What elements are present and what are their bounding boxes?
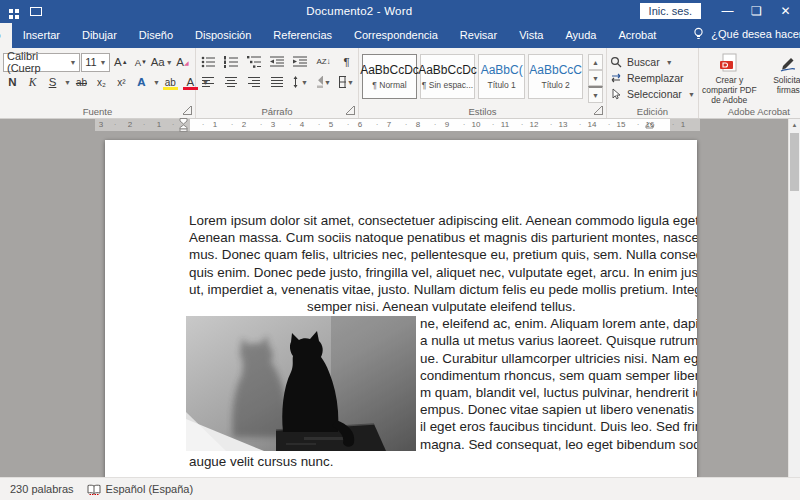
bold-button[interactable]: N: [3, 73, 22, 91]
vertical-scrollbar[interactable]: ▲: [788, 119, 800, 478]
styles-scroll-down[interactable]: ▼: [588, 70, 603, 86]
tab-ayuda[interactable]: Ayuda: [554, 23, 607, 48]
tab-acrobat[interactable]: Acrobat: [607, 23, 667, 48]
left-indent-marker[interactable]: [179, 118, 189, 132]
text-effects-button[interactable]: A: [132, 73, 151, 91]
document-area[interactable]: Lorem ipsum dolor sit amet, consectetuer…: [0, 132, 800, 478]
style-titulo-1[interactable]: AaBbC( Título 1: [478, 54, 525, 99]
create-pdf-button[interactable]: Crear y compartir PDF de Adobe: [702, 53, 757, 105]
sign-in-button[interactable]: Inic. ses.: [640, 3, 701, 19]
tab-vista[interactable]: Vista: [508, 23, 554, 48]
document-text: Lorem ipsum dolor sit amet, consectetuer…: [189, 212, 641, 470]
style-sin-espaciado[interactable]: AaBbCcDc ¶ Sin espac...: [420, 54, 475, 99]
superscript-button[interactable]: x²: [112, 73, 131, 91]
paragraph-with-image: ne, eleifend ac, enim. Aliquam lorem ant…: [189, 315, 641, 470]
clear-formatting-button[interactable]: A◢: [173, 53, 192, 71]
ruler[interactable]: 321123456789101112131415161·············…: [0, 119, 800, 132]
align-right-button[interactable]: [245, 73, 264, 91]
multilevel-list-button[interactable]: [245, 53, 264, 71]
signature-pen-icon: [778, 53, 798, 73]
select-button[interactable]: Seleccionar▼: [610, 86, 695, 102]
numbered-list-button[interactable]: [222, 53, 241, 71]
style-titulo-2[interactable]: AaBbCcC Título 2: [528, 54, 583, 99]
grow-font-button[interactable]: A▲: [111, 53, 130, 71]
font-name-combo[interactable]: Calibri (Cuerp▼: [3, 53, 80, 72]
underline-button[interactable]: S: [43, 73, 62, 91]
language-label: Español (España): [106, 483, 193, 495]
tab-diseno[interactable]: Diseño: [128, 23, 184, 48]
app-launcher-icon[interactable]: [9, 9, 13, 13]
ruler-bar[interactable]: 321123456789101112131415161·············…: [95, 119, 700, 131]
text-line[interactable]: ut, imperdiet a, venenatis vitae, justo.…: [189, 281, 641, 298]
font-group-label: Fuente: [0, 106, 195, 117]
proofing-status[interactable]: Español (España): [87, 483, 193, 495]
tab-referencias[interactable]: Referencias: [262, 23, 343, 48]
close-button[interactable]: ✕: [771, 0, 800, 22]
tab-disposicion[interactable]: Disposición: [184, 23, 262, 48]
text-line[interactable]: Aenean massa. Cum sociis natoque penatib…: [189, 229, 641, 246]
tab-insertar[interactable]: Insertar: [12, 23, 71, 48]
text-line[interactable]: Lorem ipsum dolor sit amet, consectetuer…: [189, 212, 641, 229]
paragraph-group-label: Párrafo: [196, 106, 358, 117]
text-line[interactable]: augue velit cursus nunc.: [189, 453, 641, 470]
tell-me-label: ¿Qué desea hacer?: [711, 28, 800, 40]
status-bar: 230 palabras Español (España): [0, 477, 800, 500]
scroll-up-arrow[interactable]: ▲: [789, 119, 800, 131]
styles-scroll-up[interactable]: ▲: [588, 54, 603, 70]
shading-button[interactable]: ▼: [314, 73, 333, 91]
decrease-indent-button[interactable]: [268, 53, 287, 71]
tab-revisar[interactable]: Revisar: [449, 23, 508, 48]
align-left-button[interactable]: [199, 73, 218, 91]
change-case-button[interactable]: Aa▼: [151, 53, 172, 71]
style-normal[interactable]: AaBbCcDc ¶ Normal: [362, 54, 417, 99]
sort-arrow-icon: ↓: [327, 58, 331, 66]
page[interactable]: Lorem ipsum dolor sit amet, consectetuer…: [105, 140, 697, 478]
line-spacing-button[interactable]: ▼: [291, 73, 310, 91]
tab-inicio[interactable]: Inicio: [0, 23, 12, 48]
replace-icon: [610, 72, 622, 84]
strikethrough-button[interactable]: ab: [72, 73, 91, 91]
word-count[interactable]: 230 palabras: [10, 483, 74, 495]
justify-button[interactable]: [268, 73, 287, 91]
paragraph-group: AZ↓ ¶ ▼: [196, 48, 359, 118]
scrollbar-thumb[interactable]: [790, 133, 799, 191]
select-cursor-icon: [610, 88, 622, 100]
request-signatures-button[interactable]: Solicitar firmas: [761, 53, 800, 105]
underline-options-arrow[interactable]: ▼: [64, 79, 71, 86]
borders-button[interactable]: ▼: [337, 73, 356, 91]
find-button[interactable]: Buscar▼: [610, 54, 695, 70]
text-effects-arrow[interactable]: ▼: [153, 79, 160, 86]
align-center-button[interactable]: [222, 73, 241, 91]
styles-dialog-launcher[interactable]: [594, 106, 603, 115]
tab-correspondencia[interactable]: Correspondencia: [343, 23, 449, 48]
cat-photo[interactable]: [186, 316, 416, 451]
editing-group: Buscar▼ Reemplazar Seleccionar▼ Edición: [607, 48, 699, 118]
sort-button[interactable]: AZ↓: [314, 53, 333, 71]
bullet-list-button[interactable]: [199, 53, 218, 71]
tell-me-box[interactable]: ¿Qué desea hacer?: [693, 27, 800, 48]
font-size-combo[interactable]: 11▼: [81, 53, 110, 72]
text-line[interactable]: mus. Donec quam felis, ultricies nec, pe…: [189, 246, 641, 263]
acrobat-pdf-icon: [719, 53, 739, 73]
text-line[interactable]: quis enim. Donec pede justo, fringilla v…: [189, 264, 641, 281]
font-dialog-launcher[interactable]: [183, 106, 192, 115]
replace-button[interactable]: Reemplazar: [610, 70, 695, 86]
text-line[interactable]: semper nisi. Aenean vulputate eleifend t…: [307, 298, 641, 315]
subscript-button[interactable]: x₂: [92, 73, 111, 91]
window-title: Documento2 - Word: [79, 5, 640, 17]
paragraph-dialog-launcher[interactable]: [346, 106, 355, 115]
increase-indent-button[interactable]: [291, 53, 310, 71]
show-marks-button[interactable]: ¶: [337, 53, 356, 71]
italic-button[interactable]: K: [23, 73, 42, 91]
word-app-icon[interactable]: [30, 7, 42, 16]
acrobat-group-label: Adobe Acrobat: [699, 106, 800, 117]
tab-dibujar[interactable]: Dibujar: [71, 23, 128, 48]
restore-button[interactable]: ❏: [742, 0, 771, 22]
minimize-button[interactable]: —: [713, 0, 742, 22]
highlight-button[interactable]: ab: [161, 73, 180, 91]
styles-gallery-more[interactable]: ▼: [588, 86, 603, 103]
chevron-down-icon: ▼: [69, 59, 76, 66]
styles-group: AaBbCcDc ¶ Normal AaBbCcDc ¶ Sin espac..…: [359, 48, 607, 118]
ribbon-tab-bar: Inicio Insertar Dibujar Diseño Disposici…: [0, 22, 800, 48]
shrink-font-button[interactable]: A▼: [131, 53, 150, 71]
